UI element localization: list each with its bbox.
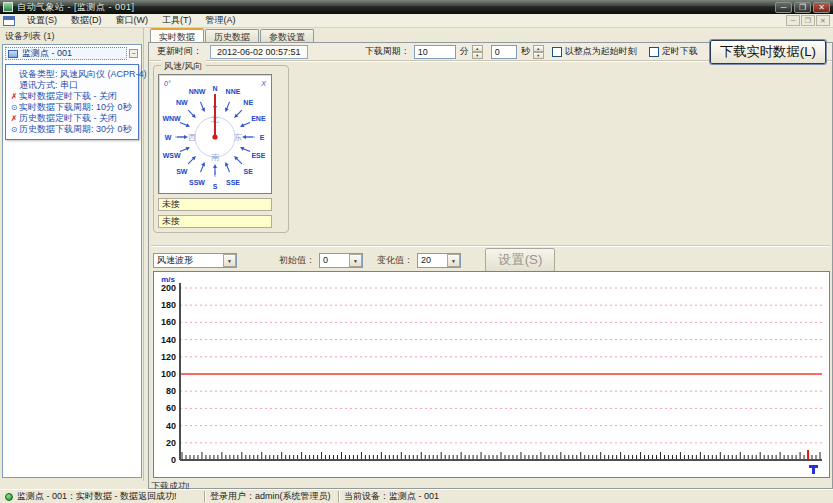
- error-icon: ✗: [9, 113, 19, 124]
- svg-text:ENE: ENE: [251, 115, 266, 122]
- checkbox-icon[interactable]: [552, 47, 562, 57]
- status-segment-user: 登录用户：admin(系统管理员): [205, 490, 338, 503]
- spin-up-icon[interactable]: ▲: [472, 45, 483, 52]
- menu-data[interactable]: 数据(D): [64, 13, 109, 28]
- waveform-controls: 风速波形 ▼ 初始值： 0 ▼ 变化值： 20 ▼ 设置(S): [153, 251, 555, 269]
- window-title: 自动气象站 - [监测点 - 001]: [17, 1, 775, 14]
- status-segment-device: 当前设备：监测点 - 001: [339, 490, 833, 503]
- wind-compass: 0° X 北 南 西 东 NNNENEENEEESESESSESSSWSWWSW…: [158, 74, 272, 194]
- svg-text:NNW: NNW: [189, 88, 206, 95]
- timed-download-checkbox[interactable]: 定时下载: [649, 45, 698, 58]
- svg-text:20: 20: [166, 438, 176, 448]
- svg-text:120: 120: [161, 352, 176, 362]
- align-hour-label: 以整点为起始时刻: [565, 45, 637, 58]
- wind-speed-field: 未接: [158, 198, 272, 211]
- chevron-down-icon[interactable]: ▼: [349, 254, 362, 267]
- svg-text:160: 160: [161, 317, 176, 327]
- svg-text:E: E: [260, 134, 265, 141]
- svg-text:0: 0: [171, 455, 176, 465]
- menu-tools[interactable]: 工具(T): [155, 13, 199, 28]
- mdi-close-button[interactable]: ✕: [816, 15, 830, 26]
- settings-button[interactable]: 设置(S): [485, 248, 555, 272]
- checkbox-icon[interactable]: [649, 47, 659, 57]
- download-period-label: 下载周期：: [365, 45, 410, 58]
- tab-history-data[interactable]: 历史数据: [205, 29, 259, 42]
- blank-icon: [9, 69, 19, 80]
- mdi-window-icon: [3, 16, 15, 26]
- initial-value-select[interactable]: 0 ▼: [319, 253, 363, 268]
- timed-download-label: 定时下载: [662, 45, 698, 58]
- device-list-header: 设备列表 (1): [0, 28, 143, 44]
- align-hour-checkbox[interactable]: 以整点为起始时刻: [552, 45, 637, 58]
- svg-text:S: S: [213, 183, 218, 190]
- chevron-down-icon[interactable]: ▼: [447, 254, 460, 267]
- main-panel: 实时数据 历史数据 参数设置 更新时间： 2012-06-02 00:57:51…: [148, 28, 833, 489]
- update-time-value: 2012-06-02 00:57:51: [210, 45, 308, 59]
- info-his-timed: 历史数据定时下载 - 关闭: [19, 113, 117, 124]
- download-realtime-button[interactable]: 下载实时数据(L): [710, 40, 826, 64]
- seconds-stepper[interactable]: ▲ ▼: [533, 45, 544, 59]
- status-bar: 监测点 - 001：实时数据 - 数据返回成功! 登录用户：admin(系统管理…: [0, 489, 833, 503]
- svg-text:180: 180: [161, 300, 176, 310]
- menu-window[interactable]: 窗口(W): [109, 13, 156, 28]
- change-value-select[interactable]: 20 ▼: [417, 253, 461, 268]
- svg-text:NE: NE: [243, 99, 253, 106]
- menu-bar: 设置(S) 数据(D) 窗口(W) 工具(T) 管理(A) ─ ❐ ✕: [0, 14, 833, 28]
- minutes-stepper[interactable]: ▲ ▼: [472, 45, 483, 59]
- title-bar: 自动气象站 - [监测点 - 001] ─ ❐ ✕: [0, 0, 833, 14]
- info-his-period: 历史数据下载周期: 30分 0秒: [19, 124, 132, 135]
- waveform-select[interactable]: 风速波形 ▼: [153, 253, 237, 268]
- maximize-button[interactable]: ❐: [794, 2, 811, 13]
- collapse-button[interactable]: −: [129, 49, 138, 58]
- minutes-input[interactable]: 10: [414, 45, 456, 59]
- update-time-label: 更新时间：: [157, 45, 202, 58]
- seconds-unit-label: 秒: [521, 45, 530, 58]
- wind-group-box: 风速/风向 0° X 北 南 西 东 NNNENEENEEESESESSESSS…: [153, 65, 289, 233]
- section-divider: [151, 245, 830, 246]
- clock-icon: ⊙: [9, 124, 19, 135]
- compass-east-cn: 东: [234, 133, 242, 142]
- menu-manage[interactable]: 管理(A): [199, 13, 243, 28]
- svg-text:SW: SW: [176, 168, 188, 175]
- app-icon: [3, 2, 13, 12]
- mdi-restore-button[interactable]: ❐: [801, 15, 815, 26]
- realtime-pane: 更新时间： 2012-06-02 00:57:51 下载周期： 10 分 ▲ ▼…: [148, 42, 833, 489]
- wind-speed-chart: m/s 020406080100120140160180200: [153, 271, 830, 478]
- spin-down-icon[interactable]: ▼: [472, 52, 483, 59]
- svg-text:N: N: [212, 85, 217, 92]
- tab-realtime-data[interactable]: 实时数据: [150, 28, 204, 42]
- svg-text:60: 60: [166, 403, 176, 413]
- chevron-down-icon[interactable]: ▼: [223, 254, 236, 267]
- device-sidebar: 设备列表 (1) 监测点 - 001 − 设备类型: 风速风向仪 (ACPR-4…: [0, 28, 144, 481]
- seconds-value: 0: [495, 47, 500, 57]
- error-icon: ✗: [9, 91, 19, 102]
- svg-text:SSW: SSW: [189, 179, 205, 186]
- minimize-button[interactable]: ─: [775, 2, 792, 13]
- spin-down-icon[interactable]: ▼: [533, 52, 544, 59]
- tab-parameter-settings[interactable]: 参数设置: [260, 29, 314, 42]
- wind-direction-field: 未接: [158, 215, 272, 228]
- status-result-text: 监测点 - 001：实时数据 - 数据返回成功!: [17, 490, 177, 503]
- info-comm-mode: 通讯方式: 串口: [19, 80, 78, 91]
- info-rt-timed: 实时数据定时下载 - 关闭: [19, 91, 117, 102]
- seconds-input[interactable]: 0: [491, 45, 517, 59]
- status-segment-result: 监测点 - 001：实时数据 - 数据返回成功!: [0, 490, 204, 503]
- svg-text:40: 40: [166, 421, 176, 431]
- svg-text:WSW: WSW: [163, 152, 181, 159]
- wind-invalid-label: X: [260, 80, 266, 87]
- blank-icon: [9, 80, 19, 91]
- compass-rose: 0° X 北 南 西 东 NNNENEENEEESESESSESSSWSWWSW…: [159, 75, 271, 193]
- spin-up-icon[interactable]: ▲: [533, 45, 544, 52]
- menu-settings[interactable]: 设置(S): [20, 13, 64, 28]
- close-button[interactable]: ✕: [813, 2, 830, 13]
- initial-value: 0: [323, 255, 328, 265]
- svg-text:100: 100: [161, 369, 176, 379]
- device-info-tooltip: 设备类型: 风速风向仪 (ACPR-4) 通讯方式: 串口 ✗实时数据定时下载 …: [5, 64, 139, 140]
- mdi-minimize-button[interactable]: ─: [786, 15, 800, 26]
- svg-text:ESE: ESE: [251, 152, 265, 159]
- svg-text:NW: NW: [176, 99, 188, 106]
- svg-text:W: W: [165, 134, 172, 141]
- tree-item-station[interactable]: 监测点 - 001: [5, 47, 127, 60]
- chart-scroll-thumb[interactable]: [809, 465, 818, 474]
- initial-value-label: 初始值：: [279, 254, 315, 267]
